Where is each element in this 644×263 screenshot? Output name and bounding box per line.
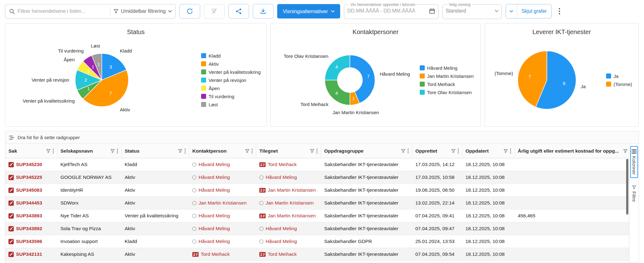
chevron-down-icon[interactable]	[495, 10, 498, 12]
table-row[interactable]: SUP344453SDWorxAktivJan Martin Kristians…	[5, 197, 629, 210]
view-options-button[interactable]: Visningsalternativer	[277, 4, 340, 18]
table-row[interactable]: SUP343892Sola Trav og PizzaAktivHåvard M…	[5, 222, 629, 235]
legend-item[interactable]: Til vurdering	[201, 94, 261, 99]
person-link[interactable]: Jan Martin Kristiansen	[268, 213, 316, 219]
legend-item[interactable]: Tord Meihack	[420, 82, 474, 87]
calendar-icon[interactable]	[429, 8, 435, 14]
column-label[interactable]: Status	[125, 148, 139, 154]
table-row[interactable]: SUP343893Nye Tider ASVenter på kvalitets…	[5, 210, 629, 222]
column-label[interactable]: Kontaktperson	[192, 148, 226, 154]
person-link[interactable]: Håvard Meling	[199, 239, 230, 244]
column-header-sak[interactable]: Sak	[5, 144, 57, 158]
legend-item[interactable]: Jan Martin Kristiansen	[420, 73, 474, 79]
column-menu-icon[interactable]	[408, 149, 409, 154]
column-menu-icon[interactable]	[252, 149, 253, 154]
column-header-status[interactable]: Status	[122, 144, 189, 158]
person-link[interactable]: Håvard Meling	[199, 213, 230, 219]
column-label[interactable]: Sak	[8, 148, 17, 154]
column-header-oppdragsgruppe[interactable]: Oppdragsgruppe	[321, 144, 412, 158]
table-row[interactable]: SUP345225GOOGLE NORWAY ASAktivHåvard Mel…	[5, 171, 629, 184]
column-label[interactable]: Opprettet	[415, 148, 437, 154]
tab-filtre[interactable]: Filtre	[631, 183, 637, 204]
person-link[interactable]: Håvard Meling	[266, 226, 297, 231]
legend-item[interactable]: Tore Olav Kristiansen	[420, 90, 474, 95]
sak-link[interactable]: SUP343892	[16, 226, 42, 231]
cell-oppdatert: 18.12.2025, 10:08	[462, 222, 515, 235]
table-row[interactable]: SUP345083IdentityHRAktivHåvard MelingJan…	[5, 184, 629, 197]
column-label[interactable]: Selskapsnavn	[60, 148, 93, 154]
column-menu-icon[interactable]	[316, 149, 318, 154]
column-label[interactable]: Årlig utgift eller estimert kostnad for …	[518, 148, 619, 154]
sak-link[interactable]: SUP343893	[16, 213, 42, 219]
column-header-selskapsnavn[interactable]: Selskapsnavn	[57, 144, 122, 158]
column-menu-icon[interactable]	[510, 149, 511, 154]
legend-item[interactable]: Venter på kvalitetssikring	[201, 69, 261, 75]
filter-icon[interactable]	[245, 149, 249, 153]
legend-item[interactable]: Åpen	[201, 86, 261, 91]
open-case-icon	[8, 252, 14, 257]
filter-icon[interactable]	[178, 149, 182, 153]
sak-link[interactable]: SUP345230	[16, 162, 42, 167]
person-link[interactable]: Håvard Meling	[199, 226, 230, 231]
column-header-kontaktperson[interactable]: Kontaktperson	[189, 144, 256, 158]
hide-charts-button[interactable]: Skjul grafer	[506, 4, 552, 18]
legend-item[interactable]: Venter på revisjon	[201, 78, 261, 83]
legend-item[interactable]: Håvard Meling	[420, 65, 474, 71]
column-menu-icon[interactable]	[117, 149, 118, 154]
person-link[interactable]: Tord Meihack	[268, 251, 297, 257]
column-menu-icon[interactable]	[458, 149, 459, 154]
legend-item[interactable]: Løst	[201, 102, 261, 107]
person-link[interactable]: Tord Meihack	[201, 251, 230, 257]
person-link[interactable]: Håvard Meling	[266, 174, 297, 180]
sak-link[interactable]: SUP343596	[16, 239, 42, 244]
column-label[interactable]: Oppdatert	[465, 148, 489, 154]
filter-icon[interactable]	[451, 149, 455, 153]
person-link[interactable]: Jan Martin Kristiansen	[268, 187, 316, 193]
tab-kolonner[interactable]: Kolonner	[630, 146, 638, 178]
filter-icon[interactable]	[623, 149, 627, 153]
sak-link[interactable]: SUP344453	[16, 200, 42, 206]
download-button[interactable]	[253, 4, 273, 18]
sak-link[interactable]: SUP345225	[16, 174, 42, 180]
clear-filter-button[interactable]	[204, 4, 225, 18]
column-label[interactable]: Oppdragsgruppe	[324, 148, 364, 154]
table-row[interactable]: SUP345230KjellTech ASKladdHåvard MelingT…	[5, 158, 629, 171]
search-input[interactable]	[18, 8, 107, 14]
sak-link[interactable]: SUP342131	[16, 251, 42, 257]
person-link[interactable]: Håvard Meling	[266, 239, 297, 244]
filter-icon[interactable]	[111, 149, 115, 153]
legend-item[interactable]: Ja	[606, 73, 632, 79]
column-menu-icon[interactable]	[184, 149, 186, 154]
filter-icon[interactable]	[504, 149, 508, 153]
column-header-tilegnet[interactable]: Tilegnet	[256, 144, 321, 158]
column-header-opprettet[interactable]: Opprettet	[412, 144, 462, 158]
column-label[interactable]: Tilegnet	[259, 148, 278, 154]
chevron-down-icon[interactable]	[506, 10, 517, 13]
legend-item[interactable]: Kladd	[201, 53, 261, 58]
person-link[interactable]: Håvard Meling	[199, 162, 230, 167]
filter-icon[interactable]	[46, 149, 50, 153]
table-row[interactable]: SUP342131Kakespising ASAktivTord Meihack…	[5, 248, 629, 261]
row-group-drop-zone[interactable]: Dra hit for å sette radgrupper	[5, 131, 639, 144]
kebab-menu-icon[interactable]	[555, 4, 564, 18]
filter-icon[interactable]	[401, 149, 405, 153]
person-link[interactable]: Tord Meihack	[268, 162, 297, 167]
column-header-rlig-utgift-eller-estimert-kostnad-for-oppg[interactable]: Årlig utgift eller estimert kostnad for …	[515, 144, 629, 158]
view-select[interactable]: Velg visning Standard	[442, 3, 502, 19]
refresh-button[interactable]	[179, 4, 200, 18]
filter-mode-select[interactable]: Umiddelbar filtrering	[114, 8, 172, 14]
share-button[interactable]	[228, 4, 249, 18]
person-link[interactable]: Jan Martin Kristiansen	[199, 200, 247, 206]
person-link[interactable]: Håvard Meling	[199, 187, 230, 193]
table-row[interactable]: SUP343596Invoation supportKladdHåvard Me…	[5, 235, 629, 248]
column-menu-icon[interactable]	[53, 149, 54, 154]
legend-item[interactable]: Aktiv	[201, 61, 261, 67]
person-link[interactable]: Jan Martin Kristiansen	[266, 200, 314, 206]
legend-item[interactable]: (Tomme)	[606, 82, 632, 87]
filter-icon[interactable]	[310, 149, 314, 153]
person-link[interactable]: Håvard Meling	[199, 174, 230, 180]
column-header-oppdatert[interactable]: Oppdatert	[462, 144, 515, 158]
date-range-input[interactable]	[347, 8, 427, 14]
vertical-scrollbar[interactable]	[626, 159, 628, 215]
sak-link[interactable]: SUP345083	[16, 187, 42, 193]
